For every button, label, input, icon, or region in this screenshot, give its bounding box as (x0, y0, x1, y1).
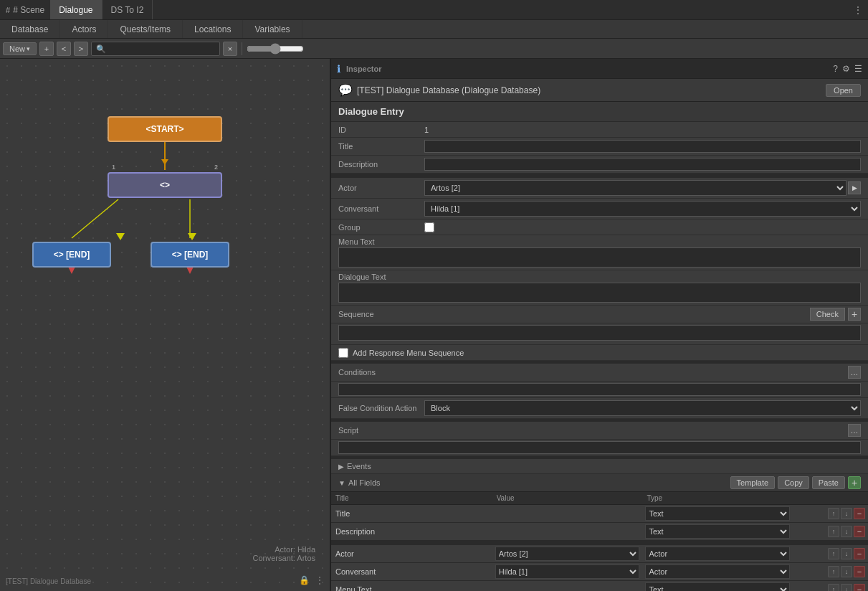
canvas-menu-icon[interactable]: ⋮ (315, 575, 324, 585)
scene-tab-grid[interactable]: # # Scene (0, 5, 50, 15)
template-button[interactable]: Template (730, 476, 776, 489)
sequence-check-button[interactable]: Check (810, 308, 845, 321)
field-up-button[interactable]: ↑ (828, 526, 839, 537)
conditions-input-row (331, 382, 868, 398)
title-input[interactable] (424, 140, 861, 153)
branch-node[interactable]: <> 1 2 (108, 172, 222, 198)
field-down-button[interactable]: ↓ (841, 584, 852, 591)
nav-quests[interactable]: Quests/Items (108, 20, 183, 38)
field-value-input[interactable] (495, 509, 640, 519)
svg-marker-6 (68, 267, 75, 274)
search-clear-button[interactable]: × (223, 42, 237, 56)
conversant-select[interactable]: Hilda [1] Artos [2] None (424, 201, 861, 217)
field-type-select[interactable]: TextNumberActor (645, 582, 790, 591)
menu-text-input[interactable] (338, 247, 861, 268)
field-up-button[interactable]: ↑ (828, 566, 839, 577)
nav-variables[interactable]: Variables (243, 20, 302, 38)
field-down-button[interactable]: ↓ (841, 526, 852, 537)
false-condition-select[interactable]: Block Allow Passthrough (424, 400, 861, 416)
script-input[interactable] (338, 441, 861, 454)
canvas-lock-icon[interactable]: 🔒 (299, 575, 310, 585)
paste-button[interactable]: Paste (812, 476, 845, 489)
field-up-button[interactable]: ↑ (828, 584, 839, 591)
dialogue-text-input[interactable] (338, 283, 861, 303)
conditions-more-button[interactable]: … (848, 366, 861, 379)
tab-dialogue[interactable]: Dialogue (50, 0, 102, 19)
field-title-cell (331, 545, 492, 563)
main-layout: <START> <> 1 2 <> [END] <> [END] Actor: … (0, 59, 868, 591)
sequence-input[interactable] (338, 325, 861, 341)
nav-locations[interactable]: Locations (183, 20, 243, 38)
inspector-settings-icon[interactable]: ⚙ (842, 64, 850, 74)
actor-select[interactable]: Artos [2] Hilda [1] None (424, 180, 846, 196)
open-button[interactable]: Open (826, 84, 861, 97)
field-value-conversant-select[interactable]: Hilda [1]Artos [2] (495, 564, 640, 579)
conditions-input[interactable] (338, 383, 861, 396)
field-remove-button[interactable]: − (854, 508, 865, 519)
field-remove-button[interactable]: − (854, 566, 865, 577)
new-dropdown-arrow: ▾ (27, 45, 30, 52)
field-action-buttons: ↑ ↓ − (796, 508, 865, 519)
actor-select-arrow[interactable]: ▶ (848, 181, 861, 194)
field-type-select[interactable]: TextNumberBooleanActor (645, 524, 790, 539)
script-more-button[interactable]: … (848, 424, 861, 437)
inspector-content: Dialogue Entry ID 1 Title Description Ac… (331, 102, 868, 591)
sequence-label: Sequence (338, 310, 810, 318)
events-label: Events (347, 462, 371, 471)
add-field-button[interactable]: + (848, 476, 861, 489)
add-button[interactable]: + (39, 42, 54, 56)
field-value-input[interactable] (495, 585, 640, 591)
nav-actors[interactable]: Actors (60, 20, 108, 38)
field-remove-button[interactable]: − (854, 548, 865, 559)
copy-button[interactable]: Copy (778, 476, 809, 489)
field-remove-button[interactable]: − (854, 526, 865, 537)
zoom-slider[interactable] (247, 43, 304, 55)
canvas-panel: <START> <> 1 2 <> [END] <> [END] Actor: … (0, 59, 331, 591)
conditions-label: Conditions (338, 368, 848, 377)
field-action-buttons: ↑ ↓ − (796, 566, 865, 577)
field-up-button[interactable]: ↑ (828, 548, 839, 559)
field-value-input[interactable] (495, 526, 640, 536)
sequence-plus-button[interactable]: + (848, 308, 861, 321)
field-title-input[interactable] (334, 567, 490, 577)
search-input[interactable] (91, 42, 220, 56)
field-remove-button[interactable]: − (854, 584, 865, 591)
inspector-title-left: 💬 [TEST] Dialogue Database (Dialogue Dat… (338, 83, 540, 97)
add-response-checkbox[interactable] (338, 348, 348, 358)
end-node-left[interactable]: <> [END] (32, 242, 111, 268)
canvas-background[interactable]: <START> <> 1 2 <> [END] <> [END] Actor: … (0, 59, 330, 591)
events-row[interactable]: ▶ Events (331, 459, 868, 474)
inspector-menu-icon[interactable]: ☰ (854, 64, 862, 74)
field-down-button[interactable]: ↓ (841, 566, 852, 577)
field-title-cell (331, 523, 492, 541)
events-arrow-icon: ▶ (338, 463, 344, 471)
title-row: Title (331, 138, 868, 156)
field-type-select[interactable]: ActorTextNumber (645, 564, 790, 579)
field-title-input[interactable] (334, 509, 490, 519)
field-down-button[interactable]: ↓ (841, 548, 852, 559)
field-title-input[interactable] (334, 526, 490, 536)
field-type-select[interactable]: TextNumberBooleanActor (645, 506, 790, 521)
field-up-button[interactable]: ↑ (828, 508, 839, 519)
start-node[interactable]: <START> (108, 116, 222, 142)
false-condition-row: False Condition Action Block Allow Passt… (331, 398, 868, 419)
field-title-input[interactable] (334, 549, 490, 559)
field-actions-cell: ↑ ↓ − (793, 523, 868, 541)
forward-button[interactable]: > (74, 42, 88, 56)
inspector-help-icon[interactable]: ? (833, 64, 838, 74)
back-button[interactable]: < (57, 42, 71, 56)
nav-database[interactable]: Database (0, 20, 60, 38)
more-tabs-button[interactable]: ⋮ (848, 5, 868, 15)
field-title-input[interactable] (334, 585, 490, 591)
id-row: ID 1 (331, 122, 868, 138)
field-down-button[interactable]: ↓ (841, 508, 852, 519)
tab-ds-to-i2[interactable]: DS To I2 (102, 0, 153, 19)
description-input[interactable] (424, 158, 861, 171)
end-node-right[interactable]: <> [END] (151, 242, 229, 268)
script-label: Script (338, 426, 848, 435)
svg-marker-5 (188, 233, 196, 240)
group-checkbox[interactable] (424, 222, 434, 232)
new-button[interactable]: New ▾ (3, 42, 37, 55)
field-type-select[interactable]: ActorTextNumber (645, 547, 790, 561)
field-value-actor-select[interactable]: Artos [2]Hilda [1] (495, 547, 640, 561)
